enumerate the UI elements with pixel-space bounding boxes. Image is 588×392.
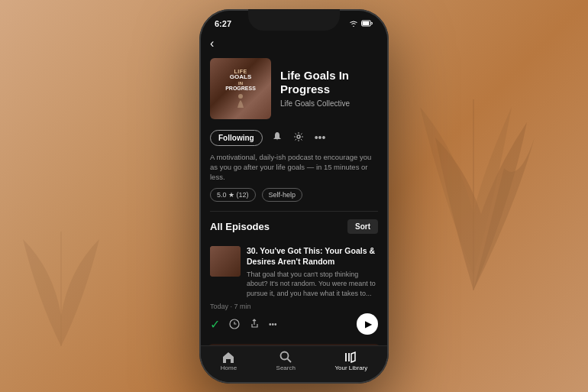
more-options-button[interactable]: •••	[313, 130, 328, 145]
phone-screen: 6:27 ‹	[201, 11, 387, 382]
back-button[interactable]: ‹	[201, 32, 387, 55]
battery-icon	[361, 20, 373, 27]
gear-icon	[293, 131, 304, 142]
sort-button[interactable]: Sort	[347, 219, 378, 234]
episodes-header: All Episodes Sort	[201, 212, 387, 240]
episode-description: That goal that you can't stop thinking a…	[247, 270, 378, 299]
nav-item-search[interactable]: Search	[276, 351, 296, 371]
phone-notch	[248, 9, 340, 31]
episode-item: 30. You've Got This: Your Goals & Desire…	[201, 240, 387, 341]
svg-line-10	[288, 358, 292, 362]
status-time: 6:27	[215, 19, 231, 28]
art-text-progress: PROGRESS	[225, 86, 256, 91]
library-icon	[344, 351, 358, 363]
podcast-info: Life Goals In Progress Life Goals Collec…	[280, 69, 378, 108]
share-icon	[249, 319, 260, 329]
nav-label-library: Your Library	[334, 364, 367, 371]
plant-decoration-right	[405, 61, 542, 329]
bell-icon	[272, 131, 283, 142]
episodes-section-title: All Episodes	[210, 221, 270, 232]
wifi-icon	[349, 20, 358, 27]
notifications-button[interactable]	[270, 130, 284, 146]
episode-thumbnail	[210, 246, 241, 277]
figure-silhouette	[233, 92, 248, 108]
episode-meta: Today · 7 min	[210, 303, 378, 310]
status-icons	[349, 20, 373, 27]
episode-more-icon[interactable]: •••	[269, 320, 277, 329]
podcast-author: Life Goals Collective	[280, 99, 378, 108]
podcast-artwork: LIFE GOALS IN PROGRESS	[210, 58, 271, 119]
settings-button[interactable]	[292, 130, 305, 146]
podcast-header: LIFE GOALS IN PROGRESS Life Goals In Pro…	[201, 55, 387, 127]
clock-icon	[229, 319, 240, 329]
nav-item-home[interactable]: Home	[221, 351, 237, 371]
episode-controls: ✓ ••• ▶	[210, 313, 378, 335]
nav-item-library[interactable]: Your Library	[334, 351, 367, 371]
art-text-goals: GOALS	[230, 74, 251, 81]
bottom-navigation: Home Search Your Library	[201, 345, 387, 382]
svg-rect-3	[363, 21, 370, 25]
action-row: Following •••	[201, 127, 387, 152]
home-icon	[221, 351, 235, 363]
play-button[interactable]: ▶	[357, 313, 378, 335]
svg-point-5	[297, 135, 300, 138]
rating-tag[interactable]: 5.0 ★ (12)	[210, 188, 256, 202]
podcast-description: A motivational, daily-ish podcast to enc…	[201, 152, 387, 189]
phone-device: 6:27 ‹	[199, 9, 389, 384]
category-tag[interactable]: Self-help	[262, 188, 303, 202]
tags-row: 5.0 ★ (12) Self-help	[201, 188, 387, 211]
episode-info: 30. You've Got This: Your Goals & Desire…	[247, 246, 378, 298]
plant-decoration-left	[15, 209, 107, 361]
play-icon: ▶	[365, 319, 372, 329]
podcast-title: Life Goals In Progress	[280, 69, 378, 96]
nav-label-search: Search	[276, 364, 296, 371]
episode-title: 30. You've Got This: Your Goals & Desire…	[247, 246, 378, 267]
svg-point-9	[281, 352, 289, 359]
following-button[interactable]: Following	[210, 130, 263, 146]
screen-content[interactable]: ‹ LIFE GOALS IN PROGRESS	[201, 32, 387, 345]
nav-label-home: Home	[221, 364, 237, 371]
search-icon	[279, 351, 292, 363]
episode-top: 30. You've Got This: Your Goals & Desire…	[210, 246, 378, 298]
completed-icon: ✓	[210, 317, 220, 332]
svg-point-4	[238, 94, 243, 99]
